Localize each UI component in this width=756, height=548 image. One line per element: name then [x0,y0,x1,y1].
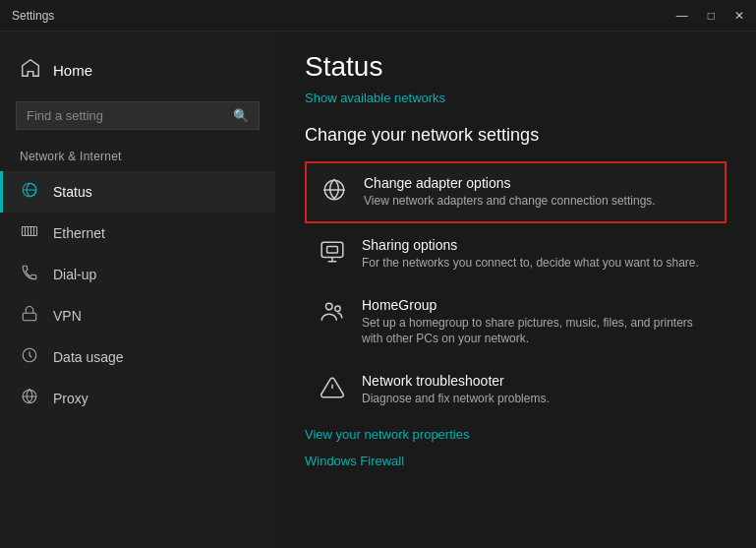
section-label: Network & Internet [0,146,275,171]
svg-rect-6 [23,313,36,321]
proxy-label: Proxy [53,391,88,406]
maximize-button[interactable]: □ [708,10,715,22]
svg-point-12 [326,303,333,310]
troubleshooter-item[interactable]: Network troubleshooter Diagnose and fix … [305,361,727,419]
titlebar: Settings — □ ✕ [0,0,756,31]
homegroup-icon [319,299,346,331]
datausage-icon [20,346,39,368]
homegroup-text: HomeGroup Set up a homegroup to share pi… [362,297,713,348]
content-area: Status Show available networks Change yo… [275,31,756,548]
sharing-options-item[interactable]: Sharing options For the networks you con… [305,225,727,283]
ethernet-label: Ethernet [53,225,105,241]
adapter-icon [320,177,348,209]
troubleshooter-desc: Diagnose and fix network problems. [362,391,550,407]
svg-rect-11 [327,246,338,253]
proxy-icon [20,388,39,409]
vpn-label: VPN [53,308,82,324]
app-body: Home 🔍 Network & Internet Status [0,31,756,548]
sharing-title: Sharing options [362,237,699,253]
troubleshooter-title: Network troubleshooter [362,373,550,389]
homegroup-desc: Set up a homegroup to share pictures, mu… [362,315,713,348]
sidebar-home[interactable]: Home [0,47,275,93]
sharing-icon [319,239,346,271]
adapter-options-item[interactable]: Change adapter options View network adap… [305,161,727,223]
troubleshooter-icon [319,375,346,406]
search-box: 🔍 [16,101,260,130]
sidebar-item-ethernet[interactable]: Ethernet [0,213,275,254]
status-icon [20,181,39,203]
dialup-icon [20,264,39,285]
svg-rect-1 [23,227,37,236]
search-button[interactable]: 🔍 [223,102,259,129]
page-title: Status [305,51,727,83]
datausage-label: Data usage [53,349,124,365]
sharing-text: Sharing options For the networks you con… [362,237,699,272]
adapter-title: Change adapter options [364,175,656,191]
windows-firewall-link[interactable]: Windows Firewall [305,448,727,474]
sharing-desc: For the networks you connect to, decide … [362,255,699,272]
window-controls: — □ ✕ [676,10,744,22]
home-icon [20,57,41,84]
ethernet-icon [20,222,39,244]
sidebar-item-proxy[interactable]: Proxy [0,378,275,419]
show-networks-link[interactable]: Show available networks [305,91,445,105]
sidebar-item-status[interactable]: Status [0,171,275,213]
svg-rect-10 [321,242,343,257]
homegroup-title: HomeGroup [362,297,713,313]
minimize-button[interactable]: — [676,10,688,22]
sidebar: Home 🔍 Network & Internet Status [0,31,275,548]
status-label: Status [53,184,92,200]
vpn-icon [20,305,39,327]
adapter-text: Change adapter options View network adap… [364,175,656,210]
search-input[interactable] [17,102,223,129]
view-properties-link[interactable]: View your network properties [305,421,727,448]
home-label: Home [53,62,92,79]
adapter-desc: View network adapters and change connect… [364,193,656,210]
app-title: Settings [12,9,54,23]
network-settings-title: Change your network settings [305,125,727,146]
svg-point-13 [335,306,340,311]
troubleshooter-text: Network troubleshooter Diagnose and fix … [362,373,550,407]
close-button[interactable]: ✕ [734,10,744,22]
homegroup-item[interactable]: HomeGroup Set up a homegroup to share pi… [305,285,727,360]
sidebar-item-vpn[interactable]: VPN [0,295,275,336]
sidebar-item-dialup[interactable]: Dial-up [0,254,275,295]
dialup-label: Dial-up [53,267,96,282]
sidebar-item-datausage[interactable]: Data usage [0,336,275,378]
